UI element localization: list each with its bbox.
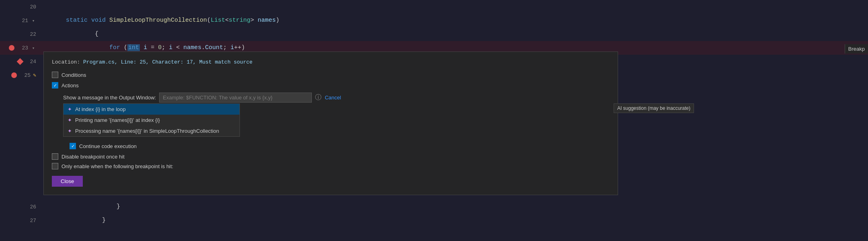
only-enable-checkbox[interactable] [52, 163, 58, 169]
suggestions-dropdown: ✦ At index {i} in the loop ✦ Printing na… [63, 103, 240, 137]
code-content-27: } [40, 200, 868, 241]
line-number-27: 27 [25, 218, 36, 224]
gutter-24: 24 [0, 59, 40, 65]
breakpoint-tab-label: Breakp [845, 44, 868, 54]
message-input[interactable] [159, 93, 312, 103]
show-message-row: Show a message in the Output Window: ⓘ C… [52, 93, 610, 103]
actions-checkbox[interactable] [52, 82, 58, 89]
line-number-21: 21 [17, 18, 28, 24]
suggestion-text-2: Processing name '{names[i]}' in SimpleLo… [75, 128, 219, 134]
location-value: Program.cs, Line: 25, Character: 17, Mus… [83, 59, 252, 65]
line-number-25: 25 [19, 72, 31, 78]
suggestion-item-1[interactable]: ✦ Printing name '{names[i]}' at index {i… [63, 115, 240, 126]
ai-suggestion-badge: AI suggestion (may be inaccurate) [614, 103, 694, 113]
only-enable-label: Only enable when the following breakpoin… [61, 163, 173, 169]
editor-area: 20 21 ▾ static void SimpleLoopThroughCol… [0, 0, 868, 241]
line-number-20: 20 [25, 4, 36, 10]
panel-location: Location: Program.cs, Line: 25, Characte… [52, 59, 610, 65]
actions-row-outer: Actions [52, 82, 610, 89]
suggestion-item-0[interactable]: ✦ At index {i} in the loop [63, 104, 240, 115]
gutter-22: 22 [0, 31, 40, 37]
suggestion-icon-2: ✦ [68, 128, 72, 134]
close-button[interactable]: Close [52, 176, 83, 187]
disable-row: Disable breakpoint once hit [52, 153, 610, 160]
continue-checkbox[interactable] [70, 143, 76, 149]
cancel-button[interactable]: Cancel [325, 95, 341, 101]
disable-label: Disable breakpoint once hit [61, 154, 125, 160]
gutter-21: 21 ▾ [0, 18, 40, 24]
fold-arrow-23[interactable]: ▾ [31, 45, 36, 51]
info-icon[interactable]: ⓘ [315, 93, 321, 102]
suggestion-text-1: Printing name '{names[i]}' at index {i} [75, 117, 160, 123]
continue-label: Continue code execution [79, 143, 137, 149]
gutter-20: 20 [0, 4, 40, 10]
bookmark-indicator-24[interactable] [17, 58, 24, 65]
conditions-label: Conditions [61, 72, 86, 78]
suggestion-icon-0: ✦ [68, 106, 72, 112]
only-enable-row: Only enable when the following breakpoin… [52, 163, 610, 169]
code-line-27: 27 } [0, 214, 868, 227]
suggestion-item-2[interactable]: ✦ Processing name '{names[i]}' in Simple… [63, 126, 240, 136]
location-label: Location: [52, 59, 80, 65]
fold-arrow-21[interactable]: ▾ [31, 18, 36, 23]
line-number-24: 24 [25, 59, 36, 65]
suggestion-text-0: At index {i} in the loop [75, 106, 126, 112]
line-number-23: 23 [17, 45, 28, 51]
line-number-26: 26 [25, 204, 36, 210]
actions-label: Actions [61, 82, 79, 89]
continue-row: Continue code execution [52, 143, 610, 149]
actions-checkbox-container[interactable]: Actions [52, 82, 79, 89]
conditions-checkbox-container[interactable]: Conditions [52, 72, 86, 78]
show-message-label: Show a message in the Output Window: [63, 95, 156, 101]
gutter-26: 26 [0, 204, 40, 210]
suggestion-icon-1: ✦ [68, 117, 72, 123]
conditions-row: Conditions [52, 72, 610, 78]
breakpoint-indicator-23[interactable] [9, 45, 14, 51]
line-number-22: 22 [25, 31, 36, 37]
breakpoint-panel: Location: Program.cs, Line: 25, Characte… [43, 51, 618, 195]
breakpoint-wrench-25: ✎ [33, 72, 36, 78]
gutter-23: 23 ▾ [0, 45, 40, 51]
gutter-25: 25 ✎ [0, 72, 40, 78]
gutter-27: 27 [0, 218, 40, 224]
disable-checkbox[interactable] [52, 153, 58, 160]
conditions-checkbox[interactable] [52, 72, 58, 78]
breakpoint-active-25[interactable] [11, 72, 17, 78]
